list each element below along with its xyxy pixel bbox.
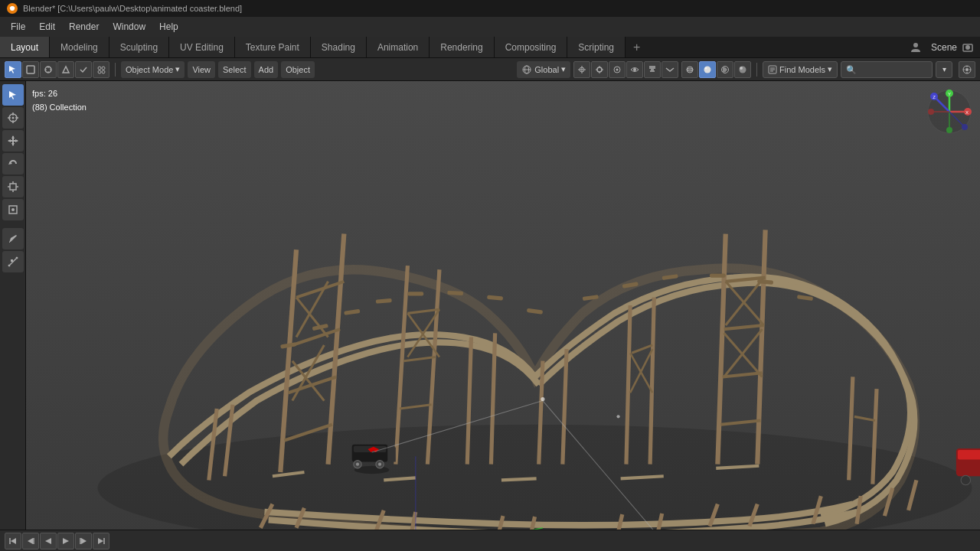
menu-edit[interactable]: Edit [33,20,61,34]
tool-select-box[interactable] [2,84,24,106]
svg-point-4 [965,45,970,50]
add-workspace-button[interactable]: + [626,37,648,57]
tab-scripting[interactable]: Scripting [567,37,626,57]
svg-point-39 [965,68,969,71]
svg-point-156 [961,475,970,484]
svg-marker-190 [63,538,69,544]
wireframe-shading-icon[interactable] [681,61,698,78]
overlay-icon[interactable] [644,61,661,78]
svg-text:Z: Z [933,95,936,99]
scene-icon [962,41,974,54]
scene-label: Scene [931,42,957,53]
menu-window[interactable]: Window [106,20,152,34]
svg-marker-189 [45,538,51,544]
skip-to-end-button[interactable] [93,533,109,549]
tab-animation[interactable]: Animation [367,37,430,57]
select-icon-4[interactable] [57,61,74,78]
svg-point-14 [98,70,101,73]
svg-point-150 [356,463,359,466]
search-expand-icon: ▾ [942,65,946,73]
svg-point-24 [616,68,619,70]
tab-modeling[interactable]: Modeling [50,37,109,57]
left-tools-panel [0,81,26,530]
play-back-button[interactable] [40,533,57,549]
tab-uv-editing[interactable]: UV Editing [169,37,235,57]
svg-marker-186 [11,538,16,544]
tab-compositing[interactable]: Compositing [495,37,568,57]
global-dropdown[interactable]: Global ▾ [517,61,570,78]
step-forward-button[interactable] [75,533,92,549]
tool-cursor[interactable] [2,107,24,129]
title-bar: Blender* [C:\Users\paulw\Desktop\animate… [0,0,980,17]
tool-transform[interactable] [2,199,24,220]
tab-layout[interactable]: Layout [0,37,50,57]
tab-rendering[interactable]: Rendering [430,37,494,57]
search-input[interactable] [841,61,933,78]
menu-render[interactable]: Render [63,20,105,34]
object-mode-dropdown[interactable]: Object Mode ▾ [121,61,185,78]
svg-marker-55 [8,139,11,142]
object-button[interactable]: Object [281,61,315,78]
solid-shading-icon[interactable] [699,61,716,78]
svg-point-25 [633,68,636,71]
tool-annotate[interactable] [2,228,24,249]
svg-point-22 [597,67,602,72]
svg-marker-5 [9,66,15,73]
search-expand-button[interactable]: ▾ [936,61,952,78]
proportional-edit-icon[interactable] [609,61,626,78]
tab-sculpting[interactable]: Sculpting [109,37,169,57]
select-button[interactable]: Select [218,61,251,78]
add-button[interactable]: Add [254,61,279,78]
header-toolbar-right: Global ▾ [517,61,975,78]
svg-line-65 [9,241,11,243]
select-icon-1[interactable] [5,61,21,78]
tab-shading[interactable]: Shading [311,37,367,57]
snap-icon[interactable] [591,61,608,78]
visibility-icon[interactable] [626,61,643,78]
rendered-shading-icon[interactable] [734,61,751,78]
svg-point-15 [102,70,105,73]
transform-pivot-icon[interactable] [573,61,590,78]
separator-2 [756,63,757,77]
select-icon-2[interactable] [22,61,39,78]
bottom-status-bar [0,530,980,551]
tool-rotate[interactable] [2,153,24,174]
playback-controls [5,533,109,549]
global-icon [521,64,532,75]
select-icon-6[interactable] [93,61,109,78]
svg-rect-136 [407,292,423,295]
tool-measure[interactable] [2,251,24,272]
menu-file[interactable]: File [5,20,31,34]
select-icon-3[interactable] [40,61,57,78]
svg-point-184 [962,124,968,130]
menu-help[interactable]: Help [153,20,185,34]
svg-rect-137 [447,291,463,295]
skip-to-start-button[interactable] [5,533,21,549]
title-text: Blender* [C:\Users\paulw\Desktop\animate… [23,4,242,13]
viewport-gizmo[interactable]: X Y Z [926,89,972,135]
svg-rect-58 [10,184,16,190]
tool-scale[interactable] [2,176,24,197]
play-forward-button[interactable] [57,533,74,549]
select-icon-5[interactable] [75,61,92,78]
viewport-3d[interactable]: fps: 26 (88) Collection X Y Z [26,81,980,530]
svg-point-180 [928,109,934,115]
svg-rect-6 [27,66,34,73]
tool-move[interactable] [2,130,24,152]
tab-texture-paint[interactable]: Texture Paint [235,37,311,57]
material-shading-icon[interactable] [717,61,733,78]
find-models-dropdown[interactable]: Find Models ▾ [763,61,838,78]
step-back-button[interactable] [22,533,39,549]
svg-point-167 [541,397,544,401]
camera-view-icon[interactable] [959,61,975,78]
svg-point-168 [616,415,619,418]
header-icon-group-1 [5,61,109,78]
workspace-tabs: Layout Modeling Sculpting UV Editing Tex… [0,37,980,58]
xray-icon[interactable] [662,61,678,78]
svg-point-64 [11,208,15,211]
view-button[interactable]: View [188,61,215,78]
svg-point-2 [913,43,918,47]
svg-marker-193 [98,538,103,544]
svg-marker-53 [11,135,15,139]
svg-point-12 [98,67,101,70]
